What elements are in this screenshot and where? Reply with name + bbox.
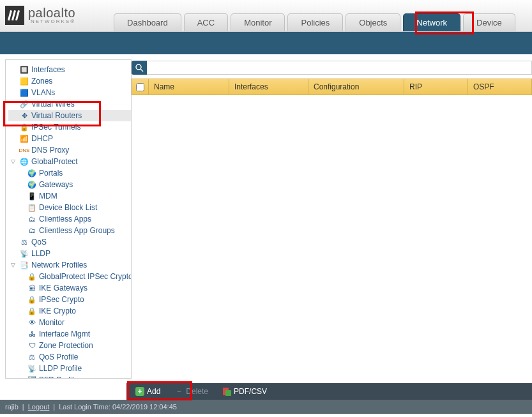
svg-rect-6 bbox=[225, 390, 231, 396]
nav-dhcp[interactable]: 📶DHCP bbox=[8, 133, 131, 144]
zoneprot-icon: 🛡 bbox=[27, 341, 36, 350]
globalprotect-icon: 🌐 bbox=[20, 157, 29, 166]
gateways-icon: 🌍 bbox=[27, 180, 36, 189]
vlans-icon: 🟦 bbox=[20, 88, 29, 97]
portals-icon: 🌍 bbox=[27, 169, 36, 178]
svg-rect-2 bbox=[15, 10, 20, 20]
chevron-down-icon: ▽ bbox=[11, 262, 17, 268]
table-header: Name Interfaces Configuration RIP OSPF bbox=[132, 79, 532, 95]
last-login: Last Login Time: 04/22/2019 12:04:45 bbox=[59, 403, 177, 411]
nav-globalprotect[interactable]: ▽🌐GlobalProtect bbox=[8, 156, 131, 167]
nav-ike-gateways[interactable]: 🏛IKE Gateways bbox=[8, 282, 131, 294]
col-checkbox[interactable] bbox=[132, 79, 149, 95]
tab-device[interactable]: Device bbox=[463, 13, 515, 31]
main-panel: Name Interfaces Configuration RIP OSPF bbox=[132, 59, 532, 383]
netprofiles-icon: 📑 bbox=[20, 261, 29, 269]
ipsectun-icon: 🔒 bbox=[20, 123, 29, 132]
lock-icon: 🔒 bbox=[27, 295, 36, 304]
nav-vlans[interactable]: 🟦VLANs bbox=[8, 87, 131, 98]
nav-qos[interactable]: ⚖QoS bbox=[8, 236, 131, 248]
header-band bbox=[0, 32, 532, 54]
nav-portals[interactable]: 🌍Portals bbox=[8, 167, 131, 179]
tab-dashboard[interactable]: Dashboard bbox=[114, 13, 181, 31]
col-interfaces[interactable]: Interfaces bbox=[229, 79, 308, 95]
tab-acc[interactable]: ACC bbox=[184, 13, 228, 31]
nav-interface-mgmt[interactable]: 🖧Interface Mgmt bbox=[8, 328, 131, 340]
ikegw-icon: 🏛 bbox=[27, 284, 36, 292]
vwires-icon: 🔗 bbox=[20, 100, 29, 109]
zones-icon: 🟨 bbox=[20, 77, 29, 86]
nav-bfd-profile[interactable]: 🔄BFD Profile bbox=[8, 374, 131, 379]
nav-dns-proxy[interactable]: DNSDNS Proxy bbox=[8, 144, 131, 156]
blocklist-icon: 📋 bbox=[27, 203, 36, 212]
nav-ipsec-crypto[interactable]: 🔒IPSec Crypto bbox=[8, 294, 131, 305]
plus-icon: + bbox=[135, 387, 144, 396]
minus-icon: − bbox=[174, 387, 183, 396]
search-bar bbox=[132, 59, 532, 76]
select-all-checkbox[interactable] bbox=[136, 83, 144, 91]
svg-line-4 bbox=[141, 69, 143, 72]
status-user: rajib bbox=[5, 403, 19, 411]
delete-button[interactable]: − Delete bbox=[171, 385, 212, 398]
clappsgrp-icon: 🗂 bbox=[27, 226, 36, 235]
vrouters-icon: ✥ bbox=[20, 111, 29, 120]
qosprof-icon: ⚖ bbox=[27, 353, 36, 361]
col-rip[interactable]: RIP bbox=[404, 79, 468, 95]
logout-link[interactable]: Logout bbox=[28, 403, 50, 411]
nav-virtual-wires[interactable]: 🔗Virtual Wires bbox=[8, 98, 131, 110]
tab-network[interactable]: Network bbox=[403, 13, 460, 31]
nav-gateways[interactable]: 🌍Gateways bbox=[8, 179, 131, 190]
col-name[interactable]: Name bbox=[149, 79, 229, 95]
search-input[interactable] bbox=[147, 61, 532, 75]
nav-lldp-profile[interactable]: 📡LLDP Profile bbox=[8, 363, 131, 374]
ifmgmt-icon: 🖧 bbox=[27, 330, 36, 338]
status-bar: rajib | Logout | Last Login Time: 04/22/… bbox=[0, 400, 532, 414]
nav-qos-profile[interactable]: ⚖QoS Profile bbox=[8, 351, 131, 363]
nav-clientless-app-groups[interactable]: 🗂Clientless App Groups bbox=[8, 225, 131, 236]
tab-policies[interactable]: Policies bbox=[287, 13, 343, 31]
main-tabs: Dashboard ACC Monitor Policies Objects N… bbox=[114, 13, 515, 31]
brand-logo: paloalto NETWORKS® bbox=[5, 6, 75, 25]
lock-icon: 🔒 bbox=[27, 307, 36, 315]
dhcp-icon: 📶 bbox=[20, 134, 29, 143]
monitor-icon: 👁 bbox=[27, 318, 36, 327]
svg-point-3 bbox=[136, 64, 141, 70]
lldpprof-icon: 📡 bbox=[27, 364, 36, 373]
nav-zones[interactable]: 🟨Zones bbox=[8, 75, 131, 87]
nav-ike-crypto[interactable]: 🔒IKE Crypto bbox=[8, 305, 131, 317]
mdm-icon: 📱 bbox=[27, 192, 36, 201]
brand-name: paloalto bbox=[28, 6, 75, 19]
nav-virtual-routers[interactable]: ✥Virtual Routers bbox=[8, 110, 131, 121]
nav-mdm[interactable]: 📱MDM bbox=[8, 190, 131, 202]
nav-device-block-list[interactable]: 📋Device Block List bbox=[8, 202, 131, 213]
table-body bbox=[132, 95, 532, 383]
pdf-csv-button[interactable]: PDF/CSV bbox=[218, 385, 271, 398]
col-configuration[interactable]: Configuration bbox=[308, 79, 404, 95]
add-button[interactable]: + Add bbox=[132, 385, 164, 398]
interfaces-icon: 🔲 bbox=[20, 65, 29, 74]
brand-logo-icon bbox=[5, 6, 24, 25]
search-icon[interactable] bbox=[132, 61, 147, 75]
col-ospf[interactable]: OSPF bbox=[468, 79, 531, 95]
clapps-icon: 🗂 bbox=[27, 215, 36, 224]
nav-clientless-apps[interactable]: 🗂Clientless Apps bbox=[8, 213, 131, 225]
lock-icon: 🔒 bbox=[27, 272, 36, 281]
tab-monitor[interactable]: Monitor bbox=[231, 13, 285, 31]
chevron-down-icon: ▽ bbox=[11, 158, 17, 165]
nav-gp-ipsec-crypto[interactable]: 🔒GlobalProtect IPSec Crypto bbox=[8, 271, 131, 282]
lldp-icon: 📡 bbox=[20, 249, 29, 258]
svg-rect-1 bbox=[11, 10, 16, 20]
nav-network-profiles[interactable]: ▽📑Network Profiles bbox=[8, 259, 131, 271]
pdf-icon bbox=[222, 387, 231, 396]
svg-rect-0 bbox=[8, 10, 12, 20]
nav-monitor-profile[interactable]: 👁Monitor bbox=[8, 317, 131, 328]
action-bar: + Add − Delete PDF/CSV bbox=[126, 383, 532, 400]
brand-sub: NETWORKS® bbox=[28, 19, 75, 24]
bfdprof-icon: 🔄 bbox=[27, 375, 36, 379]
nav-interfaces[interactable]: 🔲Interfaces bbox=[8, 64, 131, 75]
nav-zone-protection[interactable]: 🛡Zone Protection bbox=[8, 340, 131, 351]
nav-ipsec-tunnels[interactable]: 🔒IPSec Tunnels bbox=[8, 121, 131, 133]
qos-icon: ⚖ bbox=[20, 238, 29, 246]
tab-objects[interactable]: Objects bbox=[346, 13, 400, 31]
nav-lldp[interactable]: 📡LLDP bbox=[8, 248, 131, 259]
